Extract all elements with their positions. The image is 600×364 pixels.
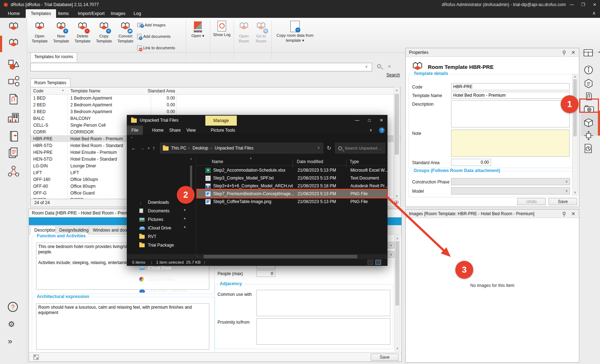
sidebar-item-items-icon[interactable] — [7, 58, 20, 71]
horizontal-scrollbar[interactable]: ‹ — [127, 254, 388, 259]
proximity-textarea[interactable] — [256, 318, 390, 345]
nav-item-rvt[interactable]: RVT — [127, 233, 196, 241]
tab-room-templates[interactable]: Room Templates — [30, 79, 70, 87]
properties-scrollbar[interactable]: ∧ ∨ — [572, 74, 578, 195]
sidebar-item-network-icon[interactable] — [7, 165, 20, 178]
tab-import-export[interactable]: Import/Export — [73, 9, 110, 18]
layout-panels-icon[interactable]: ▾ — [584, 49, 596, 60]
breadcrumb-desktop[interactable]: Desktop — [192, 146, 208, 151]
open-room-button[interactable]: Open Room — [236, 20, 252, 62]
close-button[interactable]: ✕ — [589, 0, 600, 9]
sort-asc-icon[interactable]: ▲ — [61, 89, 64, 92]
expand-ribbon-icon[interactable]: ∨ — [365, 126, 377, 135]
search-icon[interactable] — [377, 64, 381, 68]
back-icon[interactable]: ← — [131, 145, 136, 151]
nav-scrollbar[interactable]: ∧ — [189, 157, 193, 253]
table-scrollbar[interactable]: ∧ ∨ — [394, 87, 400, 199]
architectural-expression-textarea[interactable]: Room should have a luxurious, calm and r… — [36, 303, 209, 350]
common-use-textarea[interactable] — [256, 290, 390, 316]
template-row[interactable]: 2 BED2 Bedroom Apartment0.00 — [31, 101, 400, 108]
clear-search-icon[interactable]: × — [388, 63, 391, 69]
template-row[interactable]: 3 BED3 Bedroom Apartment0.00 — [31, 108, 400, 115]
sidebar-item-room-templates-icon[interactable] — [7, 37, 20, 50]
nav-item-documents[interactable]: Documents✦ — [127, 207, 196, 215]
people-max-input[interactable] — [256, 270, 275, 277]
recent-dropdown-icon[interactable]: ∨ — [148, 146, 150, 150]
tab-view[interactable]: View — [182, 126, 200, 135]
explorer-search-box[interactable] — [335, 143, 385, 153]
expand-panel-icon[interactable] — [33, 354, 39, 360]
tab-templates[interactable]: Templates — [26, 9, 56, 18]
template-row[interactable]: 1 BED1 Bedroom Apartment0.00 — [31, 95, 400, 101]
minimize-button[interactable]: — — [566, 0, 577, 9]
tab-manage[interactable]: Manage — [205, 116, 237, 126]
go-to-room-button[interactable]: ↻ Go to Room — [253, 20, 269, 62]
scroll-up-icon[interactable]: ∧ — [394, 89, 400, 92]
add-documents-button[interactable]: + Add documents — [137, 33, 187, 40]
description-textarea[interactable] — [451, 100, 570, 127]
sidebar-item-buildings-icon[interactable] — [7, 111, 20, 124]
address-dropdown-icon[interactable]: ∨ — [318, 146, 320, 150]
file-row[interactable]: Step2_Accommodation-Schedule.xlsx21/08/2… — [197, 166, 387, 174]
copy-template-button[interactable]: = Copy Template — [94, 20, 114, 62]
sidebar-item-documents-icon[interactable] — [7, 93, 20, 106]
explorer-search-input[interactable] — [345, 144, 383, 152]
sidebar-item-rooms-icon[interactable] — [7, 21, 20, 34]
show-log-button[interactable]: Show Log — [212, 20, 231, 62]
pin-icon[interactable] — [562, 212, 566, 217]
quick-access-toolbar[interactable]: ⌄ — [127, 135, 388, 141]
nav-item-icloud-photos[interactable]: iCloud Photos — [127, 275, 196, 283]
add-images-button[interactable]: + Add Images — [137, 21, 187, 29]
tab-images[interactable]: Images — [106, 9, 130, 18]
nav-item-pictures[interactable]: Pictures✦ — [127, 216, 196, 223]
column-header-name[interactable]: Template Name — [70, 89, 100, 93]
template-name-input[interactable] — [451, 92, 570, 99]
scroll-up-icon[interactable]: ∧ — [572, 75, 578, 79]
tab-items[interactable]: Items — [53, 9, 74, 18]
scroll-down-icon[interactable]: ∨ — [572, 191, 578, 194]
sidebar-item-reports-icon[interactable] — [7, 146, 20, 159]
settings-gear-icon[interactable]: ⚙ — [8, 320, 15, 329]
column-header-date[interactable]: Date modified — [297, 159, 323, 164]
sidebar-item-systems-icon[interactable] — [7, 75, 20, 88]
copy-room-data-button[interactable]: − Copy room data from template ▾ — [274, 20, 316, 62]
breadcrumb-folder[interactable]: Unpacked Trial Files — [215, 146, 254, 151]
tab-log[interactable]: Log — [129, 9, 146, 18]
help-button[interactable]: ? — [8, 302, 18, 312]
close-panel-icon[interactable]: ✕ — [571, 50, 575, 55]
close-panel-icon[interactable]: ✕ — [571, 211, 575, 217]
history-log-icon[interactable] — [584, 143, 596, 154]
restore-button[interactable]: ❐ — [578, 0, 589, 9]
tab-home[interactable]: Home — [3, 9, 25, 18]
search-dropdown-icon[interactable]: ∨ — [365, 64, 368, 69]
column-header-type[interactable]: Type — [350, 159, 359, 164]
tab-picture-tools[interactable]: Picture Tools — [206, 126, 240, 135]
column-header-code[interactable]: Code — [33, 89, 44, 93]
scroll-left-icon[interactable]: ‹ — [197, 254, 198, 258]
refresh-icon[interactable]: ↻ — [327, 145, 331, 151]
expand-sidebar-icon[interactable]: » — [8, 337, 12, 346]
address-bar[interactable]: This PC › Desktop › Unpacked Trial Files… — [160, 143, 323, 153]
3d-model-icon[interactable] — [584, 118, 596, 128]
nav-item-trial-package[interactable]: Trial Package — [127, 241, 196, 249]
maximize-button[interactable]: □ — [363, 115, 375, 126]
note-textarea[interactable] — [451, 130, 570, 157]
collapse-ribbon-icon[interactable]: ∧ — [592, 10, 596, 16]
code-input[interactable] — [451, 83, 570, 90]
convert-template-button[interactable]: ⇄ Convert Template — [115, 20, 136, 62]
transform-icon[interactable] — [584, 131, 596, 141]
properties-save-button[interactable]: Save — [549, 198, 577, 205]
www-open-button[interactable]: www Open ▾ — [188, 20, 208, 62]
scroll-down-icon[interactable]: ∨ — [395, 347, 400, 350]
sidebar-item-catalog-icon[interactable] — [7, 130, 20, 143]
forward-icon[interactable]: → — [140, 145, 145, 151]
properties-doc-icon[interactable] — [584, 79, 596, 89]
standard-area-input[interactable] — [451, 159, 491, 166]
help-icon[interactable]: ? — [379, 127, 385, 133]
model-dropdown[interactable] — [451, 187, 570, 194]
search-link[interactable]: Search — [386, 72, 400, 77]
tab-file[interactable]: File — [127, 126, 143, 135]
construction-phase-dropdown[interactable] — [451, 178, 570, 185]
undo-button[interactable]: Undo — [517, 198, 546, 205]
info-icon[interactable] — [584, 65, 596, 76]
